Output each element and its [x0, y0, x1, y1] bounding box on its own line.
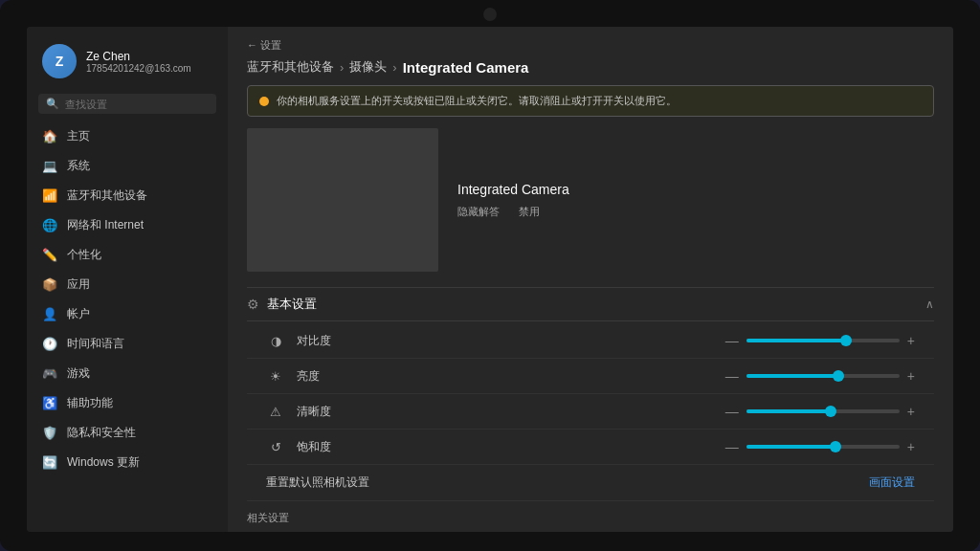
camera-section: Integrated Camera 隐藏解答 禁用	[247, 128, 934, 272]
nav-icon-apps: 📦	[42, 277, 57, 293]
sidebar-item-time[interactable]: 🕐 时间和语言	[27, 329, 228, 359]
slider-label-saturation: 饱和度	[297, 439, 345, 455]
camera-notch	[483, 8, 497, 21]
nav-icon-privacy: 🛡️	[42, 426, 57, 441]
nav-label-apps: 应用	[67, 276, 90, 293]
slider-row-sharpness: ⚠ 清晰度 — +	[247, 394, 934, 430]
slider-plus-brightness[interactable]: +	[907, 368, 915, 384]
nav-items: 🏠 主页 💻 系统 📶 蓝牙和其他设备 🌐 网络和 Internet ✏️ 个性…	[27, 121, 228, 477]
slider-thumb-sharpness[interactable]	[825, 406, 836, 417]
user-email: 17854201242@163.com	[86, 63, 191, 74]
slider-row-contrast: ◑ 对比度 — +	[247, 323, 934, 359]
back-button[interactable]: ← 设置	[247, 38, 934, 53]
slider-icon-brightness: ☀	[266, 366, 285, 386]
slider-minus-sharpness[interactable]: —	[725, 404, 739, 419]
camera-control-disable[interactable]: 禁用	[519, 205, 540, 219]
user-info: Ze Chen 17854201242@163.com	[86, 50, 191, 74]
nav-icon-bluetooth: 📶	[42, 188, 57, 204]
breadcrumb-sep-2: ›	[392, 60, 396, 75]
user-section: Z Ze Chen 17854201242@163.com	[27, 34, 228, 90]
nav-icon-network: 🌐	[42, 218, 57, 233]
slider-icon-saturation: ↺	[266, 437, 285, 456]
section-title-text: 基本设置	[267, 296, 317, 313]
breadcrumb: 蓝牙和其他设备 › 摄像头 › Integrated Camera	[247, 58, 934, 76]
warning-banner: 你的相机服务设置上的开关或按钮已阻止或关闭它。请取消阻止或打开开关以使用它。	[247, 85, 934, 117]
reset-link[interactable]: 画面设置	[869, 474, 915, 491]
slider-label-contrast: 对比度	[297, 333, 345, 349]
nav-label-personalization: 个性化	[67, 247, 101, 263]
sidebar-item-privacy[interactable]: 🛡️ 隐私和安全性	[27, 418, 228, 448]
section-title: ⚙ 基本设置	[247, 296, 317, 313]
warning-text: 你的相机服务设置上的开关或按钮已阻止或关闭它。请取消阻止或打开开关以使用它。	[277, 94, 677, 108]
nav-label-gaming: 游戏	[67, 365, 90, 382]
slider-track-saturation[interactable]	[746, 445, 900, 449]
slider-thumb-saturation[interactable]	[830, 441, 841, 452]
slider-controls-contrast: — +	[725, 333, 915, 348]
basic-settings-header[interactable]: ⚙ 基本设置 ∧	[247, 287, 934, 321]
nav-icon-home: 🏠	[42, 129, 57, 144]
camera-preview	[247, 128, 438, 272]
nav-icon-time: 🕐	[42, 337, 57, 352]
nav-icon-accounts: 👤	[42, 307, 57, 322]
laptop-frame: Z Ze Chen 17854201242@163.com 🔍 🏠 主页 💻 系…	[0, 0, 980, 551]
slider-thumb-brightness[interactable]	[833, 370, 844, 382]
sidebar-item-network[interactable]: 🌐 网络和 Internet	[27, 210, 228, 240]
slider-minus-brightness[interactable]: —	[725, 368, 739, 384]
control-hide-label: 隐藏解答	[457, 205, 500, 219]
section-arrow: ∧	[925, 298, 934, 311]
slider-controls-saturation: — +	[725, 439, 915, 454]
slider-icon-sharpness: ⚠	[266, 402, 285, 421]
slider-track-contrast[interactable]	[746, 339, 900, 342]
slider-minus-contrast[interactable]: —	[725, 333, 739, 348]
reset-label: 重置默认照相机设置	[266, 474, 369, 491]
search-box[interactable]: 🔍	[38, 94, 216, 114]
breadcrumb-current: Integrated Camera	[403, 59, 529, 76]
user-name: Ze Chen	[86, 50, 191, 63]
sidebar-item-accessibility[interactable]: ♿ 辅助功能	[27, 388, 228, 418]
slider-plus-sharpness[interactable]: +	[907, 404, 915, 419]
nav-label-windows_update: Windows 更新	[67, 454, 140, 471]
slider-track-sharpness[interactable]	[746, 409, 900, 413]
slider-fill-brightness	[746, 374, 838, 378]
slider-controls-brightness: — +	[725, 368, 915, 384]
camera-controls: 隐藏解答 禁用	[457, 205, 569, 219]
nav-label-privacy: 隐私和安全性	[67, 425, 136, 441]
sidebar-item-system[interactable]: 💻 系统	[27, 151, 228, 181]
nav-label-home: 主页	[67, 128, 90, 144]
sidebar-item-apps[interactable]: 📦 应用	[27, 270, 228, 299]
nav-icon-personalization: ✏️	[42, 248, 57, 263]
sidebar-item-accounts[interactable]: 👤 帐户	[27, 299, 228, 329]
sidebar-item-windows_update[interactable]: 🔄 Windows 更新	[27, 448, 228, 477]
sidebar-item-personalization[interactable]: ✏️ 个性化	[27, 240, 228, 270]
sidebar: Z Ze Chen 17854201242@163.com 🔍 🏠 主页 💻 系…	[27, 27, 228, 532]
slider-plus-saturation[interactable]: +	[907, 439, 915, 454]
camera-control-hide: 隐藏解答	[457, 205, 500, 219]
breadcrumb-item-1[interactable]: 蓝牙和其他设备	[247, 58, 334, 76]
search-input[interactable]	[65, 99, 209, 110]
slider-track-brightness[interactable]	[746, 374, 900, 378]
screen-area: Z Ze Chen 17854201242@163.com 🔍 🏠 主页 💻 系…	[27, 27, 953, 532]
slider-controls-sharpness: — +	[725, 404, 915, 419]
breadcrumb-sep-1: ›	[340, 60, 344, 75]
nav-icon-windows_update: 🔄	[42, 455, 57, 471]
main-content: ← 设置 蓝牙和其他设备 › 摄像头 › Integrated Camera 你…	[228, 27, 953, 532]
slider-thumb-contrast[interactable]	[840, 335, 852, 346]
sliders-container: ◑ 对比度 — + ☀ 亮度 — + ⚠ 清晰度 —	[247, 323, 934, 465]
warning-dot	[259, 97, 269, 106]
control-disable-label: 禁用	[519, 205, 540, 219]
nav-label-accounts: 帐户	[67, 306, 90, 322]
related-title: 相关设置	[247, 511, 934, 525]
slider-plus-contrast[interactable]: +	[907, 333, 915, 348]
breadcrumb-item-2[interactable]: 摄像头	[349, 58, 387, 76]
sidebar-item-bluetooth[interactable]: 📶 蓝牙和其他设备	[27, 181, 228, 210]
settings-icon: ⚙	[247, 297, 259, 312]
slider-icon-contrast: ◑	[266, 331, 285, 350]
sidebar-item-home[interactable]: 🏠 主页	[27, 121, 228, 151]
camera-info: Integrated Camera 隐藏解答 禁用	[457, 128, 569, 272]
nav-label-bluetooth: 蓝牙和其他设备	[67, 187, 147, 204]
slider-label-sharpness: 清晰度	[297, 404, 345, 420]
nav-label-time: 时间和语言	[67, 336, 124, 352]
nav-icon-system: 💻	[42, 159, 57, 174]
sidebar-item-gaming[interactable]: 🎮 游戏	[27, 359, 228, 388]
slider-minus-saturation[interactable]: —	[725, 439, 739, 454]
